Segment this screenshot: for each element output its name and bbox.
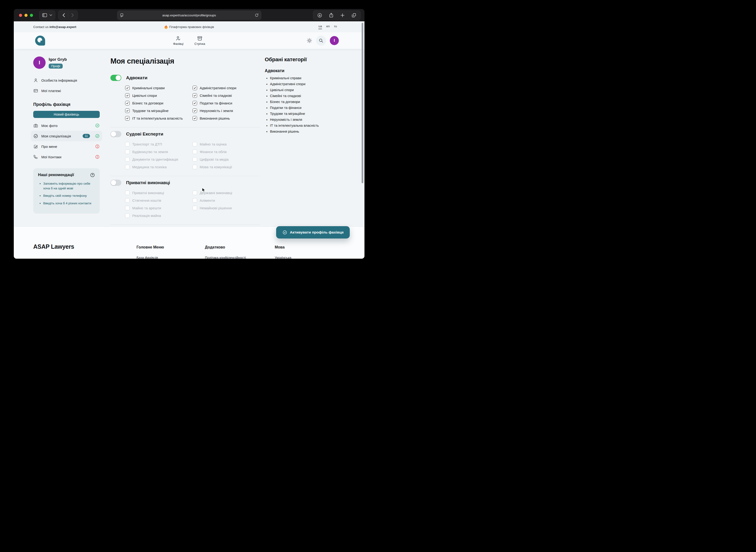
- category-label: Сімейні та спадкові: [200, 94, 232, 98]
- reader-view-icon[interactable]: [120, 13, 124, 17]
- footer-column-title: Головне Меню: [136, 245, 164, 249]
- footer-column: Головне МенюБаза фахівців: [136, 245, 164, 259]
- browser-window: asap.expert/ua/account/profile/groups: [14, 9, 365, 259]
- selected-category-item: Кримінальні справи: [270, 76, 327, 80]
- category-checkbox[interactable]: Майно та арешти: [125, 206, 193, 210]
- help-icon[interactable]: [90, 172, 95, 177]
- category-checkbox[interactable]: Виконання рішень: [193, 116, 260, 121]
- category-label: Цифрові та медіа: [200, 157, 229, 161]
- sidebar-item-label: Мої Контаки: [41, 155, 92, 159]
- recommendation-item[interactable]: Заповніть інформацію про себе хоча б на …: [43, 181, 95, 190]
- category-label: Немайнові рішення: [200, 206, 232, 210]
- sidebar-item-payments[interactable]: Мої платежі: [33, 86, 100, 96]
- page-scrollbar[interactable]: [362, 23, 363, 183]
- sidebar-item-label: Моя спеціалізація: [41, 134, 80, 138]
- recommendation-item[interactable]: Введіть свій номер телефону: [43, 193, 95, 198]
- lang-option-ru[interactable]: ru: [334, 24, 337, 29]
- category-checkbox[interactable]: Майно та оцінка: [193, 142, 260, 146]
- category-checkbox[interactable]: Приватні виконавці: [125, 190, 193, 195]
- nav-item-feed[interactable]: Стрічка: [195, 36, 205, 45]
- sidebar-toggle-icon[interactable]: [42, 13, 47, 17]
- category-checkbox[interactable]: Транспорт та ДТП: [125, 142, 193, 146]
- contact-info[interactable]: Contact us info@asap.expert: [33, 25, 76, 29]
- lang-option-en[interactable]: en: [326, 24, 330, 29]
- sidebar-item-my-specialization[interactable]: Моя спеціалізація 11: [31, 131, 102, 141]
- done-check-icon: [95, 123, 100, 128]
- category-checkbox[interactable]: Медицина та психіка: [125, 165, 193, 169]
- checkbox-icon: [125, 101, 130, 105]
- category-checkbox[interactable]: Податки та фінанси: [193, 101, 260, 105]
- category-checkbox[interactable]: Стягнення коштів: [125, 198, 193, 203]
- search-icon: [319, 38, 324, 43]
- category-checkbox[interactable]: Бізнес та договори: [125, 101, 193, 105]
- groups-host: Адвокати Кримінальні справи Цивільні спо…: [110, 71, 260, 225]
- header-actions: I: [306, 36, 339, 45]
- category-checkbox[interactable]: Кримінальні справи: [125, 86, 193, 90]
- category-checkbox[interactable]: Аліменти: [193, 198, 260, 203]
- close-window-button[interactable]: [19, 14, 22, 17]
- checkbox-icon: [125, 116, 130, 121]
- contact-email[interactable]: info@asap.expert: [49, 25, 76, 29]
- category-checkbox[interactable]: Сімейні та спадкові: [193, 93, 260, 98]
- footer-column-title: Додатково: [205, 245, 246, 249]
- sidebar-item-my-photo[interactable]: Моє фото: [31, 120, 102, 131]
- category-label: Реалізація майна: [132, 214, 161, 218]
- minimize-window-button[interactable]: [24, 14, 27, 17]
- category-checkbox[interactable]: Нерухомість і земля: [193, 109, 260, 113]
- category-checkbox[interactable]: Мова та комунікації: [193, 165, 260, 169]
- footer-link[interactable]: Політика конфіденційності: [205, 256, 246, 259]
- address-bar[interactable]: asap.expert/ua/account/profile/groups: [117, 10, 261, 20]
- selected-category-item: ІТ та інтелектуальна власність: [270, 124, 327, 127]
- sidebar-item-personal-info[interactable]: Особиста інформація: [33, 75, 100, 86]
- check-circle-icon: [282, 230, 287, 235]
- category-checkbox[interactable]: Адміністративні спори: [193, 86, 260, 90]
- specialization-group: Судові Експерти Транспорт та ДТП Будівни…: [110, 127, 260, 176]
- group-toggle[interactable]: [110, 180, 121, 186]
- sidebar-toggle-group: [39, 10, 55, 20]
- traffic-lights: [19, 14, 33, 17]
- new-tab-icon[interactable]: [341, 13, 345, 17]
- footer-link[interactable]: Українська: [275, 256, 291, 259]
- category-label: Аліменти: [200, 198, 215, 202]
- downloads-icon[interactable]: [318, 13, 322, 18]
- category-checkbox[interactable]: Цивільні спори: [125, 93, 193, 98]
- category-checkbox[interactable]: Немайнові рішення: [193, 206, 260, 210]
- sidebar-item-my-contacts[interactable]: Мої Контаки: [31, 152, 102, 162]
- sidebar-item-label: Про мене: [41, 145, 92, 149]
- group-toggle[interactable]: [110, 131, 121, 137]
- site-header: Фахівці Стрічка: [14, 32, 365, 49]
- lang-option-ua[interactable]: ua: [319, 24, 322, 29]
- chevron-down-icon[interactable]: [49, 14, 52, 16]
- category-checkbox[interactable]: Реалізація майна: [125, 213, 193, 218]
- tab-overview-icon[interactable]: [352, 13, 356, 18]
- forward-button[interactable]: [68, 12, 77, 19]
- footer-link[interactable]: База фахівців: [136, 256, 164, 259]
- recommendation-item[interactable]: Введіть хоча б 4 різних контакти: [43, 201, 95, 206]
- category-checkbox[interactable]: Фінанси та облік: [193, 149, 260, 154]
- zoom-window-button[interactable]: [30, 14, 33, 17]
- category-checkbox[interactable]: Цифрові та медіа: [193, 157, 260, 162]
- nav-item-specialists[interactable]: Фахівці: [173, 36, 183, 45]
- reload-icon[interactable]: [255, 13, 259, 17]
- category-checkbox[interactable]: Будівництво та земля: [125, 149, 193, 154]
- back-button[interactable]: [59, 12, 68, 19]
- group-title: Приватні виконавці: [126, 180, 170, 185]
- category-checkbox[interactable]: Документи та ідентифікація: [125, 157, 193, 162]
- category-checkbox[interactable]: Трудове та міграційне: [125, 109, 193, 113]
- sidebar-item-about-me[interactable]: Про мене: [31, 141, 102, 152]
- category-checkbox[interactable]: ІТ та інтелектуальна власність: [125, 116, 193, 121]
- checkbox-icon: [125, 198, 130, 203]
- activate-profile-button[interactable]: Активувати профіль фахівця: [276, 226, 350, 239]
- share-icon[interactable]: [329, 13, 333, 18]
- checkbox-column: Адміністративні спори Сімейні та спадков…: [193, 86, 260, 121]
- user-avatar[interactable]: I: [330, 36, 339, 45]
- category-label: Медицина та психіка: [132, 165, 167, 169]
- group-toggle[interactable]: [110, 75, 121, 81]
- nav-label: Стрічка: [195, 42, 205, 45]
- theme-sun-icon[interactable]: [306, 38, 312, 43]
- specialization-group: Приватні виконавці Приватні виконавці Ст…: [110, 176, 260, 225]
- search-button[interactable]: [316, 36, 326, 45]
- category-label: Майно та оцінка: [200, 142, 227, 146]
- site-logo[interactable]: [35, 35, 45, 46]
- checkbox-icon: [125, 149, 130, 154]
